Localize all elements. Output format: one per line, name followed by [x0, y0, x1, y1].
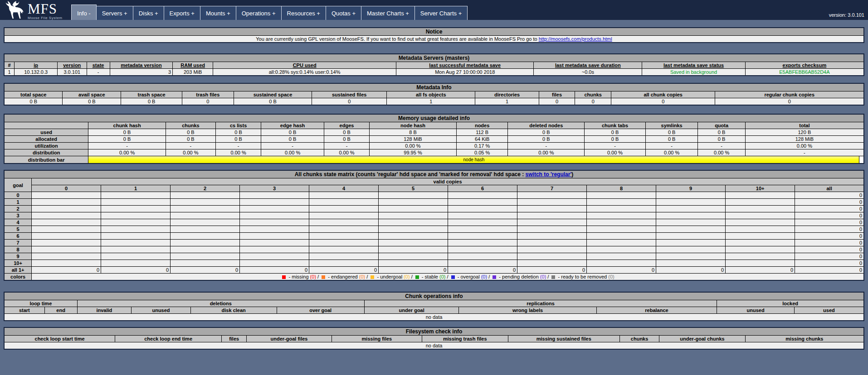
metadata-info-values-row: 0 B0 B0 B00 B0110000 [4, 98, 864, 106]
memory-utilization-row: utilization-----0.00 %0.17 %----0.00 % [4, 143, 864, 149]
matrix-cell [32, 253, 101, 260]
chunk-ops-column-header: under goal [364, 307, 459, 314]
masters-column-header: state [87, 62, 110, 69]
tab-mounts[interactable]: Mounts + [200, 6, 236, 20]
tab-servers[interactable]: Servers + [96, 6, 133, 20]
notice-body: You are currently using GPL version of M… [4, 36, 864, 43]
matrix-row: 10 [4, 199, 864, 206]
metadata-info-value: 0 [312, 98, 387, 106]
memory-column-header: chunk tabs [585, 122, 646, 129]
moosefs-products-link[interactable]: http://moosefs.com/products.html [539, 36, 612, 42]
matrix-title-suffix: ) [571, 171, 573, 178]
memory-allocated-value: 64 KiB [456, 136, 508, 143]
tab-master-charts[interactable]: Master Charts + [361, 6, 415, 20]
matrix-cell [448, 226, 517, 233]
matrix-cell [379, 233, 448, 240]
tab-info[interactable]: Info - [71, 5, 97, 20]
tab-disks[interactable]: Disks + [133, 6, 164, 20]
matrix-cell [726, 199, 795, 206]
memory-used-value: 0 B [215, 129, 261, 136]
matrix-cell [101, 240, 171, 246]
matrix-goal-label: 10+ [4, 260, 32, 267]
distribution-bar-cell: node hash [88, 156, 864, 164]
matrix-goal-label: 2 [4, 206, 32, 212]
matrix-cell: 0 [240, 267, 309, 274]
matrix-cell [448, 199, 517, 206]
memory-allocated-value: 0 B [508, 136, 585, 143]
metadata-info-column-header: sustained files [312, 91, 387, 98]
masters-column-header: RAM used [173, 62, 213, 69]
matrix-copies-column-header: 2 [171, 185, 240, 192]
matrix-cell: 0 [171, 267, 240, 274]
memory-corner-cell [4, 122, 88, 129]
matrix-cell [309, 206, 379, 212]
matrix-cell [726, 212, 795, 219]
tab-operations[interactable]: Operations + [236, 6, 282, 20]
matrix-cell [32, 246, 101, 253]
masters-column-header: version [58, 62, 87, 69]
memory-allocated-value: 0 B [324, 136, 369, 143]
matrix-colors-row: colors - missing (0) / - endangered (0) … [4, 274, 864, 281]
masters-header-row: #ipversionstatemetadata versionRAM usedC… [4, 62, 864, 69]
chunk-ops-column-header: unused [717, 307, 795, 314]
memory-column-header: quota [698, 122, 745, 129]
matrix-cell [379, 192, 448, 199]
masters-column-header: metadata version [110, 62, 172, 69]
matrix-cell [448, 219, 517, 226]
matrix-cell [240, 233, 309, 240]
masters-data-row: 1 10.132.0.3 3.0.101 - 3 203 MiB all:0.2… [4, 69, 864, 76]
matrix-cell [240, 219, 309, 226]
fs-check-column-header: files [222, 336, 247, 342]
matrix-row: 00 [4, 192, 864, 199]
masters-column-header: ip [15, 62, 58, 69]
matrix-cell [448, 192, 517, 199]
matrix-row: all 1+000000000000 [4, 267, 864, 274]
fs-check-title: Filesystem check info [4, 327, 864, 336]
matrix-cell [517, 212, 587, 219]
tab-server-charts[interactable]: Server Charts + [414, 6, 468, 20]
chunk-ops-no-data: no data [4, 314, 864, 321]
matrix-cell [171, 233, 240, 240]
memory-allocated-value: 0 B [261, 136, 324, 143]
matrix-cell [517, 253, 587, 260]
matrix-row: 50 [4, 226, 864, 233]
memory-utilization-value: - [585, 143, 646, 149]
switch-regular-link[interactable]: switch to 'regular' [526, 171, 572, 178]
memory-utilization-value: - [698, 143, 745, 149]
matrix-cell: 0 [726, 267, 795, 274]
matrix-cell [240, 246, 309, 253]
matrix-cell [309, 219, 379, 226]
tab-quotas[interactable]: Quotas + [326, 6, 361, 20]
memory-distribution-value: 0.00 % [261, 149, 324, 156]
matrix-cell [587, 226, 656, 233]
metadata-info-column-header: trash space [121, 91, 182, 98]
matrix-copies-header-row: 012345678910+all [4, 185, 864, 192]
matrix-cell [379, 212, 448, 219]
matrix-cell [171, 219, 240, 226]
matrix-cell: 0 [795, 212, 864, 219]
matrix-cell [171, 240, 240, 246]
memory-utilization-value: - [166, 143, 215, 149]
matrix-cell [309, 226, 379, 233]
tab-exports[interactable]: Exports + [164, 6, 200, 20]
logo-text: MFS Moose File System [28, 0, 63, 20]
fs-check-empty-row: no data [4, 342, 864, 350]
matrix-cell [379, 240, 448, 246]
matrix-cell [448, 240, 517, 246]
memory-row-label: allocated [4, 136, 88, 143]
fs-check-column-header: check loop end time [115, 336, 222, 342]
metadata-info-value: 0 B [121, 98, 182, 106]
matrix-cell [517, 240, 587, 246]
master-save-status: Saved in background [642, 69, 746, 76]
matrix-cell [517, 233, 587, 240]
memory-distribution-value: 99.95 % [370, 149, 456, 156]
matrix-cell: 0 [587, 267, 656, 274]
tab-resources[interactable]: Resources + [281, 6, 326, 20]
matrix-cell [656, 260, 726, 267]
memory-utilization-value: 0.00 % [370, 143, 456, 149]
version-label: version: 3.0.101 [829, 12, 864, 18]
memory-distribution-value: - [745, 149, 864, 156]
distribution-bar-nodehash-segment: node hash [88, 156, 859, 163]
chunk-ops-column-header: unused [132, 307, 191, 314]
matrix-cell [101, 199, 171, 206]
